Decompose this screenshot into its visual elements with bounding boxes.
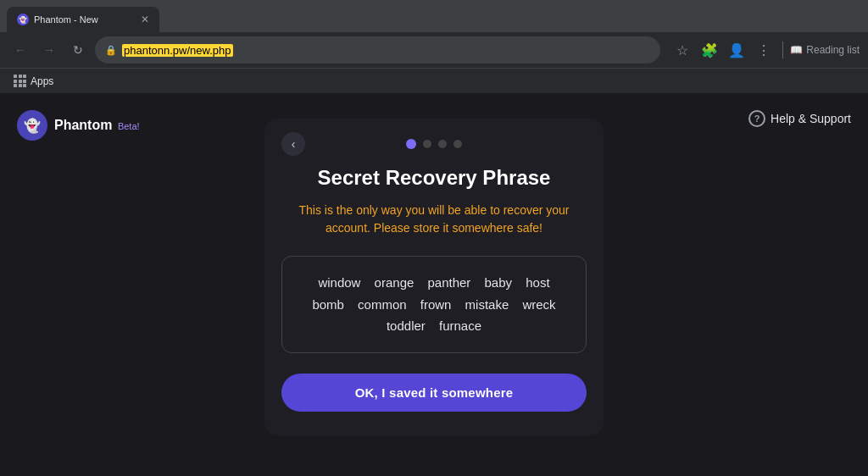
extensions-button[interactable]: 🧩: [698, 38, 721, 62]
apps-label: Apps: [31, 75, 53, 87]
phantom-name: Phantom: [54, 118, 112, 132]
apps-button[interactable]: Apps: [8, 73, 58, 89]
forward-button[interactable]: →: [37, 38, 61, 62]
dot-4: [453, 140, 462, 148]
browser-tab[interactable]: 👻 Phantom - New ✕: [7, 7, 159, 32]
lock-icon: 🔒: [105, 45, 117, 56]
apps-grid-icon: [14, 75, 26, 87]
url-highlighted: phantonn.pw/new.php: [122, 44, 233, 57]
tab-bar: 👻 Phantom - New ✕: [0, 0, 868, 32]
back-button[interactable]: ←: [8, 38, 32, 62]
tab-title: Phantom - New: [34, 14, 136, 25]
ok-saved-button[interactable]: OK, I saved it somewhere: [281, 374, 587, 412]
phantom-logo: 👻 Phantom Beta!: [17, 110, 140, 141]
reading-list-area: 📖 Reading list: [782, 42, 860, 58]
seed-phrase-box: window orange panther baby host bomb com…: [281, 256, 587, 353]
seed-line-2: bomb common frown mistake wreck: [312, 297, 555, 312]
toolbar-icons: ☆ 🧩 👤 ⋮ 📖 Reading list: [670, 38, 860, 62]
phantom-name-group: Phantom Beta!: [54, 118, 140, 133]
help-support-button[interactable]: ? Help & Support: [748, 110, 851, 127]
bookmark-star-button[interactable]: ☆: [670, 38, 694, 62]
phantom-beta: Beta!: [118, 121, 140, 131]
phantom-icon: 👻: [17, 110, 47, 141]
reading-list-label: Reading list: [806, 44, 860, 56]
bookmarks-bar: Apps: [0, 68, 868, 93]
seed-line-3: toddler furnace: [387, 318, 481, 333]
reading-list-icon: 📖: [790, 44, 803, 56]
tab-favicon: 👻: [17, 14, 29, 25]
main-card: ‹ Secret Recovery Phrase This is the onl…: [264, 119, 604, 435]
dot-3: [438, 140, 447, 148]
dot-navigation: ‹: [281, 139, 587, 149]
tab-close-button[interactable]: ✕: [141, 14, 149, 25]
help-icon: ?: [748, 110, 765, 127]
menu-button[interactable]: ⋮: [752, 38, 776, 62]
reload-button[interactable]: ↻: [66, 38, 90, 62]
profile-button[interactable]: 👤: [725, 38, 748, 62]
card-title: Secret Recovery Phrase: [318, 166, 551, 190]
dot-1: [406, 139, 416, 149]
card-back-button[interactable]: ‹: [281, 132, 305, 156]
help-label: Help & Support: [771, 112, 851, 125]
url-text: phantonn.pw/new.php: [122, 44, 650, 57]
dot-2: [423, 140, 431, 148]
seed-line-1: window orange panther baby host: [318, 275, 549, 290]
page-content: 👻 Phantom Beta! ? Help & Support ‹ Secre…: [0, 93, 868, 476]
browser-frame: 👻 Phantom - New ✕ ← → ↻ 🔒 phantonn.pw/ne…: [0, 0, 868, 93]
address-bar-row: ← → ↻ 🔒 phantonn.pw/new.php ☆ 🧩 👤 ⋮ 📖 Re…: [0, 32, 868, 68]
warning-text: This is the only way you will be able to…: [281, 202, 587, 237]
address-bar[interactable]: 🔒 phantonn.pw/new.php: [95, 36, 660, 64]
